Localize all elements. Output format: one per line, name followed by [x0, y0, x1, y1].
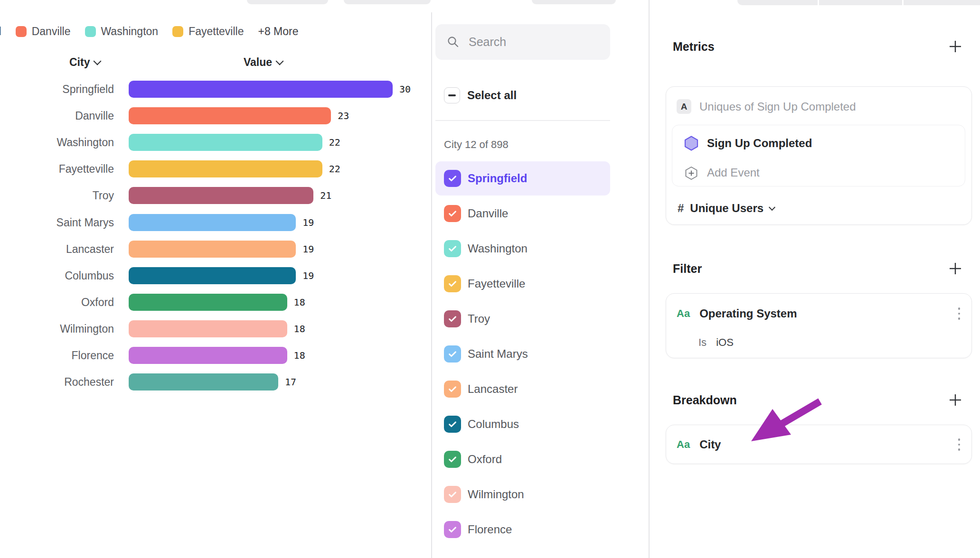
metric-summary: Uniques of Sign Up Completed: [699, 99, 856, 114]
add-breakdown-button[interactable]: [948, 392, 963, 408]
search-box[interactable]: [435, 24, 610, 60]
legend-label: Springfield: [0, 25, 1, 38]
city-checkbox[interactable]: [444, 451, 461, 468]
event-block: Sign Up Completed Add Event: [672, 125, 965, 186]
top-tab-stub[interactable]: [344, 0, 431, 4]
bar[interactable]: [129, 347, 287, 364]
bar-category-label: Fayetteville: [0, 156, 114, 182]
add-filter-button[interactable]: [948, 261, 963, 276]
city-list-item[interactable]: Danville: [435, 196, 610, 231]
panel-divider: [649, 0, 650, 558]
check-icon: [447, 454, 458, 465]
bar[interactable]: [129, 294, 287, 311]
bar-value-label: 18: [294, 342, 305, 369]
bar[interactable]: [129, 214, 296, 231]
city-label: Saint Marys: [468, 337, 528, 371]
indeterminate-minus-icon: [448, 94, 456, 96]
city-checkbox[interactable]: [444, 275, 461, 292]
chevron-down-icon: [769, 204, 775, 211]
measure-selector[interactable]: # Unique Users: [678, 200, 774, 216]
chart-row: Fayetteville22: [0, 156, 430, 182]
chart-legend: SpringfieldDanvilleWashingtonFayettevill…: [0, 24, 298, 39]
select-all-label: Select all: [467, 89, 517, 102]
legend-item[interactable]: Fayetteville: [172, 25, 244, 38]
metrics-section-title: Metrics: [673, 40, 715, 54]
city-list-item[interactable]: Troy: [435, 302, 610, 336]
city-label: Columbus: [468, 407, 519, 441]
legend-label: Danville: [32, 25, 71, 38]
filter-section-title: Filter: [673, 262, 702, 276]
bar-category-label: Oxford: [0, 289, 114, 316]
bar[interactable]: [129, 267, 296, 284]
bar[interactable]: [129, 107, 331, 124]
check-icon: [447, 173, 458, 184]
filter-card[interactable]: Aa Operating System Is iOS: [666, 293, 972, 358]
city-checkbox[interactable]: [444, 345, 461, 363]
top-segmented-control-stub[interactable]: [737, 0, 980, 5]
bar[interactable]: [129, 160, 322, 177]
city-list-item[interactable]: Fayetteville: [435, 267, 610, 301]
add-metric-button[interactable]: [948, 39, 963, 54]
city-label: Lancaster: [468, 372, 518, 406]
chart-row: Saint Marys19: [0, 209, 430, 236]
bar-value-label: 19: [302, 209, 314, 236]
filter-value[interactable]: iOS: [716, 336, 734, 349]
filter-operator[interactable]: Is: [698, 336, 707, 349]
city-list-item[interactable]: Columbus: [435, 407, 610, 441]
add-event-button[interactable]: Add Event: [707, 166, 760, 179]
check-icon: [447, 489, 458, 500]
legend-item[interactable]: Washington: [85, 25, 159, 38]
bar[interactable]: [129, 241, 296, 258]
select-all-row[interactable]: Select all: [444, 87, 517, 104]
select-all-checkbox[interactable]: [444, 87, 460, 103]
bar-value-label: 19: [302, 236, 314, 262]
city-checkbox[interactable]: [444, 416, 461, 433]
check-icon: [447, 314, 458, 324]
city-list-item[interactable]: Washington: [435, 232, 610, 266]
filter-property[interactable]: Operating System: [699, 307, 797, 320]
search-input[interactable]: [468, 35, 593, 49]
bar-value-label: 19: [302, 262, 314, 289]
city-checkbox[interactable]: [444, 521, 461, 538]
city-label: Troy: [468, 302, 490, 336]
kebab-menu-icon[interactable]: [958, 438, 961, 451]
list-divider: [435, 120, 610, 121]
city-list-item[interactable]: Wilmington: [435, 477, 610, 512]
city-checkbox[interactable]: [444, 205, 461, 222]
top-tab-stub[interactable]: [532, 0, 616, 4]
bar[interactable]: [129, 320, 287, 337]
city-list-item[interactable]: Springfield: [435, 161, 610, 195]
bar[interactable]: [129, 373, 278, 391]
city-label: Oxford: [468, 442, 502, 476]
column-header-value[interactable]: Value: [244, 56, 283, 69]
kebab-menu-icon[interactable]: [958, 307, 961, 320]
string-type-icon: Aa: [677, 438, 690, 451]
bar-value-label: 22: [329, 156, 340, 182]
add-event-hexagon-plus-icon: [684, 166, 698, 180]
panel-divider: [431, 12, 432, 558]
bar[interactable]: [129, 187, 313, 204]
legend-more-button[interactable]: +8 More: [258, 25, 298, 38]
city-checkbox[interactable]: [444, 381, 461, 398]
city-list-item[interactable]: Oxford: [435, 442, 610, 476]
city-checkbox[interactable]: [444, 310, 461, 327]
city-label: Wilmington: [468, 477, 524, 512]
legend-item[interactable]: Danville: [16, 25, 71, 38]
city-list-item[interactable]: Lancaster: [435, 372, 610, 406]
city-checkbox[interactable]: [444, 170, 461, 187]
bar[interactable]: [129, 81, 393, 98]
app-screen: SpringfieldDanvilleWashingtonFayettevill…: [0, 0, 980, 558]
bar[interactable]: [129, 134, 322, 151]
top-tab-stub[interactable]: [247, 0, 328, 4]
event-name[interactable]: Sign Up Completed: [707, 137, 812, 150]
legend-item[interactable]: Springfield: [0, 25, 1, 38]
city-label: Florence: [468, 512, 512, 547]
metric-card[interactable]: A Uniques of Sign Up Completed Sign Up C…: [666, 86, 972, 225]
segment-separator: [818, 0, 819, 5]
bar-category-label: Saint Marys: [0, 209, 114, 236]
column-header-city[interactable]: City: [69, 56, 100, 69]
city-checkbox[interactable]: [444, 240, 461, 257]
city-checkbox[interactable]: [444, 486, 461, 503]
city-list-item[interactable]: Saint Marys: [435, 337, 610, 371]
city-list-item[interactable]: Florence: [435, 512, 610, 547]
